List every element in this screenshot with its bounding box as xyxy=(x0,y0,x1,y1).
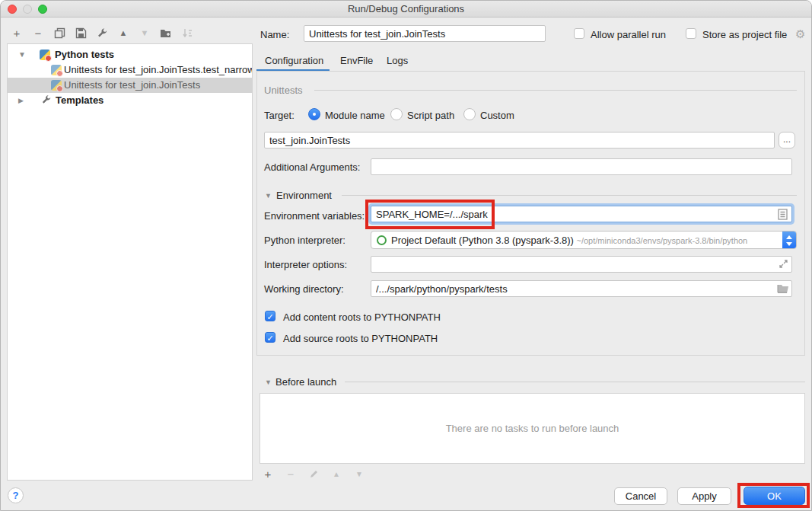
remove-configuration-button[interactable]: − xyxy=(31,26,45,40)
tree-item-label: Unittests for test_join.JoinTests xyxy=(64,78,200,93)
target-script-path-radio[interactable] xyxy=(390,108,403,120)
store-settings-gear-icon[interactable]: ⚙ xyxy=(795,27,805,41)
move-down-button: ▼ xyxy=(138,26,151,40)
conda-env-icon xyxy=(377,235,387,245)
configurations-tree: ▼ Python tests Unittests for test_join.J… xyxy=(7,43,253,481)
additional-arguments-label: Additional Arguments: xyxy=(264,161,360,173)
name-input[interactable] xyxy=(304,25,546,42)
add-source-roots-checkbox[interactable]: ✓ xyxy=(265,332,275,343)
edit-task-pencil-icon xyxy=(307,467,320,481)
python-test-icon xyxy=(51,80,62,91)
additional-arguments-input[interactable] xyxy=(371,158,792,175)
tree-item-label: Python tests xyxy=(55,47,114,62)
expand-field-icon[interactable] xyxy=(779,259,788,271)
target-input[interactable] xyxy=(264,132,775,149)
edit-templates-wrench-icon[interactable] xyxy=(95,26,109,40)
target-custom-label: Custom xyxy=(480,110,514,121)
python-interpreter-label: Python interpreter: xyxy=(264,235,345,246)
browse-folder-icon[interactable] xyxy=(777,283,789,295)
tree-item-label: Templates xyxy=(56,93,103,108)
add-task-button[interactable]: + xyxy=(261,467,275,481)
save-configuration-icon[interactable] xyxy=(74,26,88,40)
python-interpreter-select[interactable]: Project Default (Python 3.8 (pyspark-3.8… xyxy=(371,231,797,249)
move-task-up-button: ▲ xyxy=(330,467,343,481)
unittests-section-title: Unittests xyxy=(264,85,303,96)
select-stepper-icon[interactable] xyxy=(782,232,796,249)
remove-task-button: − xyxy=(284,467,298,481)
add-configuration-button[interactable]: + xyxy=(10,26,24,40)
environment-variables-label: Environment variables: xyxy=(264,210,365,222)
environment-variables-input[interactable] xyxy=(371,206,792,222)
tree-item-python-tests[interactable]: ▼ Python tests xyxy=(8,47,252,62)
apply-button[interactable]: Apply xyxy=(677,487,731,505)
target-label: Target: xyxy=(264,110,295,121)
copy-configuration-icon[interactable] xyxy=(53,26,66,40)
allow-parallel-run-label: Allow parallel run xyxy=(591,29,666,40)
tree-item-unittests-jointests[interactable]: Unittests for test_join.JoinTests xyxy=(8,78,252,93)
browse-target-button[interactable]: ... xyxy=(779,132,795,149)
before-launch-section-title: Before launch xyxy=(275,376,336,388)
interpreter-options-input[interactable] xyxy=(371,256,792,273)
python-interpreter-path: ~/opt/miniconda3/envs/pyspark-3.8/bin/py… xyxy=(577,236,748,245)
store-as-project-file-checkbox[interactable] xyxy=(686,28,696,39)
window-title: Run/Debug Configurations xyxy=(1,3,811,14)
move-task-down-button: ▼ xyxy=(352,467,366,481)
tab-configuration[interactable]: Configuration xyxy=(265,55,323,66)
section-divider xyxy=(345,382,805,382)
tree-item-unittests-test-narrow[interactable]: Unittests for test_join.JoinTests.test_n… xyxy=(8,62,252,78)
target-module-name-label: Module name xyxy=(325,110,385,121)
interpreter-options-label: Interpreter options: xyxy=(264,259,347,270)
new-folder-icon[interactable] xyxy=(159,26,173,40)
tree-item-label: Unittests for test_join.JoinTests.test_n… xyxy=(64,62,252,78)
working-directory-label: Working directory: xyxy=(264,283,344,295)
python-tests-icon xyxy=(40,50,50,60)
move-up-button[interactable]: ▲ xyxy=(116,26,130,40)
templates-wrench-icon xyxy=(41,94,52,108)
store-as-project-file-label: Store as project file xyxy=(702,29,787,40)
environment-section-title: Environment xyxy=(276,190,332,201)
section-divider xyxy=(314,90,797,91)
collapse-before-launch-icon[interactable]: ▼ xyxy=(265,378,272,386)
add-content-roots-checkbox[interactable]: ✓ xyxy=(265,311,275,321)
edit-env-vars-icon[interactable] xyxy=(778,209,788,222)
python-test-icon xyxy=(51,65,62,75)
help-button[interactable]: ? xyxy=(8,487,24,503)
working-directory-input[interactable] xyxy=(371,280,792,297)
before-launch-toolbar: + − ▲ ▼ xyxy=(261,467,366,481)
target-module-name-radio[interactable] xyxy=(308,108,320,120)
tab-envfile[interactable]: EnvFile xyxy=(340,55,373,66)
add-content-roots-label: Add content roots to PYTHONPATH xyxy=(283,311,441,323)
ok-button[interactable]: OK xyxy=(744,487,805,505)
target-script-path-label: Script path xyxy=(407,110,454,121)
section-divider xyxy=(342,195,797,196)
configurations-toolbar: + − ▲ ▼ xyxy=(10,25,194,40)
before-launch-task-list: There are no tasks to run before launch xyxy=(260,393,805,464)
tree-item-templates[interactable]: ▶ Templates xyxy=(8,93,252,108)
add-source-roots-label: Add source roots to PYTHONPATH xyxy=(283,333,438,344)
no-tasks-message: There are no tasks to run before launch xyxy=(446,423,619,434)
name-label: Name: xyxy=(260,29,289,40)
chevron-down-icon[interactable]: ▼ xyxy=(18,47,27,62)
chevron-right-icon[interactable]: ▶ xyxy=(18,93,27,108)
collapse-environment-icon[interactable]: ▼ xyxy=(265,192,272,200)
sort-configurations-icon xyxy=(180,26,194,40)
python-interpreter-value: Project Default (Python 3.8 (pyspark-3.8… xyxy=(391,235,574,246)
title-bar: Run/Debug Configurations xyxy=(1,1,811,18)
allow-parallel-run-checkbox[interactable] xyxy=(574,28,584,39)
target-custom-radio[interactable] xyxy=(463,108,476,120)
run-debug-configurations-dialog: Run/Debug Configurations + − ▲ ▼ ▼ Pytho… xyxy=(0,0,812,511)
tab-logs[interactable]: Logs xyxy=(387,55,408,66)
cancel-button[interactable]: Cancel xyxy=(614,487,667,505)
